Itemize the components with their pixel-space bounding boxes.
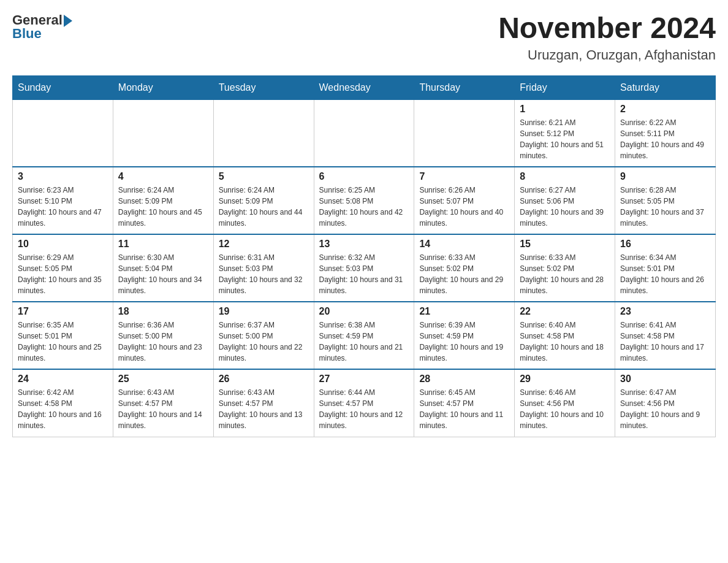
day-number: 29 (520, 373, 610, 385)
day-info: Sunrise: 6:22 AMSunset: 5:11 PMDaylight:… (620, 117, 710, 161)
calendar-table: SundayMondayTuesdayWednesdayThursdayFrid… (12, 75, 716, 437)
day-number: 8 (520, 171, 610, 182)
day-number: 15 (520, 239, 610, 250)
day-info: Sunrise: 6:38 AMSunset: 4:59 PMDaylight:… (319, 320, 409, 364)
day-of-week-header: Sunday (13, 75, 113, 99)
calendar-day-cell: 17Sunrise: 6:35 AMSunset: 5:01 PMDayligh… (13, 302, 113, 369)
month-title: November 2024 (498, 12, 716, 45)
calendar-day-cell: 28Sunrise: 6:45 AMSunset: 4:57 PMDayligh… (414, 369, 515, 437)
calendar-day-cell: 5Sunrise: 6:24 AMSunset: 5:09 PMDaylight… (213, 167, 314, 234)
day-number: 21 (419, 306, 509, 317)
day-number: 2 (620, 104, 710, 115)
day-number: 16 (620, 239, 710, 250)
day-info: Sunrise: 6:32 AMSunset: 5:03 PMDaylight:… (319, 252, 409, 296)
day-number: 11 (118, 239, 208, 250)
calendar-week-row: 24Sunrise: 6:42 AMSunset: 4:58 PMDayligh… (13, 369, 716, 437)
calendar-day-cell: 14Sunrise: 6:33 AMSunset: 5:02 PMDayligh… (414, 234, 515, 302)
title-section: November 2024 Uruzgan, Oruzgan, Afghanis… (498, 12, 716, 63)
calendar-day-cell: 11Sunrise: 6:30 AMSunset: 5:04 PMDayligh… (113, 234, 213, 302)
day-info: Sunrise: 6:45 AMSunset: 4:57 PMDaylight:… (419, 387, 509, 431)
calendar-day-cell: 9Sunrise: 6:28 AMSunset: 5:05 PMDaylight… (615, 167, 716, 234)
day-of-week-header: Monday (113, 75, 213, 99)
logo: General Blue (12, 12, 72, 42)
day-info: Sunrise: 6:35 AMSunset: 5:01 PMDaylight:… (18, 320, 108, 364)
calendar-day-cell: 16Sunrise: 6:34 AMSunset: 5:01 PMDayligh… (615, 234, 716, 302)
day-number: 7 (419, 171, 509, 182)
day-info: Sunrise: 6:29 AMSunset: 5:05 PMDaylight:… (18, 252, 108, 296)
day-info: Sunrise: 6:30 AMSunset: 5:04 PMDaylight:… (118, 252, 208, 296)
calendar-day-cell (13, 99, 113, 167)
day-number: 6 (319, 171, 409, 182)
calendar-day-cell: 25Sunrise: 6:43 AMSunset: 4:57 PMDayligh… (113, 369, 213, 437)
day-of-week-header: Saturday (615, 75, 716, 99)
calendar-day-cell: 1Sunrise: 6:21 AMSunset: 5:12 PMDaylight… (515, 99, 615, 167)
day-info: Sunrise: 6:25 AMSunset: 5:08 PMDaylight:… (319, 185, 409, 229)
day-info: Sunrise: 6:24 AMSunset: 5:09 PMDaylight:… (118, 185, 208, 229)
day-number: 1 (520, 104, 610, 115)
day-of-week-header: Friday (515, 75, 615, 99)
day-info: Sunrise: 6:24 AMSunset: 5:09 PMDaylight:… (219, 185, 309, 229)
day-number: 3 (18, 171, 108, 182)
calendar-day-cell: 19Sunrise: 6:37 AMSunset: 5:00 PMDayligh… (213, 302, 314, 369)
day-number: 27 (319, 373, 409, 385)
day-number: 26 (219, 373, 309, 385)
day-number: 28 (419, 373, 509, 385)
day-info: Sunrise: 6:41 AMSunset: 4:58 PMDaylight:… (620, 320, 710, 364)
day-info: Sunrise: 6:23 AMSunset: 5:10 PMDaylight:… (18, 185, 108, 229)
day-number: 13 (319, 239, 409, 250)
calendar-day-cell (314, 99, 414, 167)
day-number: 25 (118, 373, 208, 385)
calendar-week-row: 1Sunrise: 6:21 AMSunset: 5:12 PMDaylight… (13, 99, 716, 167)
day-info: Sunrise: 6:33 AMSunset: 5:02 PMDaylight:… (520, 252, 610, 296)
calendar-day-cell: 13Sunrise: 6:32 AMSunset: 5:03 PMDayligh… (314, 234, 414, 302)
day-info: Sunrise: 6:42 AMSunset: 4:58 PMDaylight:… (18, 387, 108, 431)
day-number: 23 (620, 306, 710, 317)
calendar-day-cell: 22Sunrise: 6:40 AMSunset: 4:58 PMDayligh… (515, 302, 615, 369)
day-info: Sunrise: 6:43 AMSunset: 4:57 PMDaylight:… (219, 387, 309, 431)
day-info: Sunrise: 6:43 AMSunset: 4:57 PMDaylight:… (118, 387, 208, 431)
calendar-day-cell: 3Sunrise: 6:23 AMSunset: 5:10 PMDaylight… (13, 167, 113, 234)
day-info: Sunrise: 6:47 AMSunset: 4:56 PMDaylight:… (620, 387, 710, 431)
day-info: Sunrise: 6:40 AMSunset: 4:58 PMDaylight:… (520, 320, 610, 364)
calendar-day-cell: 21Sunrise: 6:39 AMSunset: 4:59 PMDayligh… (414, 302, 515, 369)
logo-blue-text: Blue (12, 26, 42, 42)
calendar-day-cell: 8Sunrise: 6:27 AMSunset: 5:06 PMDaylight… (515, 167, 615, 234)
calendar-day-cell: 27Sunrise: 6:44 AMSunset: 4:57 PMDayligh… (314, 369, 414, 437)
day-number: 30 (620, 373, 710, 385)
day-number: 17 (18, 306, 108, 317)
day-number: 9 (620, 171, 710, 182)
calendar-week-row: 3Sunrise: 6:23 AMSunset: 5:10 PMDaylight… (13, 167, 716, 234)
day-info: Sunrise: 6:46 AMSunset: 4:56 PMDaylight:… (520, 387, 610, 431)
calendar-week-row: 17Sunrise: 6:35 AMSunset: 5:01 PMDayligh… (13, 302, 716, 369)
calendar-day-cell (213, 99, 314, 167)
day-info: Sunrise: 6:39 AMSunset: 4:59 PMDaylight:… (419, 320, 509, 364)
day-number: 4 (118, 171, 208, 182)
day-info: Sunrise: 6:44 AMSunset: 4:57 PMDaylight:… (319, 387, 409, 431)
page-header: General Blue November 2024 Uruzgan, Oruz… (12, 12, 716, 63)
calendar-day-cell: 7Sunrise: 6:26 AMSunset: 5:07 PMDaylight… (414, 167, 515, 234)
calendar-week-row: 10Sunrise: 6:29 AMSunset: 5:05 PMDayligh… (13, 234, 716, 302)
calendar-day-cell: 2Sunrise: 6:22 AMSunset: 5:11 PMDaylight… (615, 99, 716, 167)
day-info: Sunrise: 6:33 AMSunset: 5:02 PMDaylight:… (419, 252, 509, 296)
calendar-day-cell: 12Sunrise: 6:31 AMSunset: 5:03 PMDayligh… (213, 234, 314, 302)
day-number: 22 (520, 306, 610, 317)
day-number: 14 (419, 239, 509, 250)
calendar-day-cell: 30Sunrise: 6:47 AMSunset: 4:56 PMDayligh… (615, 369, 716, 437)
day-number: 24 (18, 373, 108, 385)
day-info: Sunrise: 6:37 AMSunset: 5:00 PMDaylight:… (219, 320, 309, 364)
calendar-header-row: SundayMondayTuesdayWednesdayThursdayFrid… (13, 75, 716, 99)
day-number: 10 (18, 239, 108, 250)
calendar-day-cell (414, 99, 515, 167)
calendar-day-cell: 20Sunrise: 6:38 AMSunset: 4:59 PMDayligh… (314, 302, 414, 369)
calendar-day-cell: 6Sunrise: 6:25 AMSunset: 5:08 PMDaylight… (314, 167, 414, 234)
day-info: Sunrise: 6:26 AMSunset: 5:07 PMDaylight:… (419, 185, 509, 229)
day-info: Sunrise: 6:27 AMSunset: 5:06 PMDaylight:… (520, 185, 610, 229)
day-number: 20 (319, 306, 409, 317)
calendar-day-cell (113, 99, 213, 167)
day-of-week-header: Wednesday (314, 75, 414, 99)
day-number: 12 (219, 239, 309, 250)
calendar-day-cell: 4Sunrise: 6:24 AMSunset: 5:09 PMDaylight… (113, 167, 213, 234)
day-info: Sunrise: 6:34 AMSunset: 5:01 PMDaylight:… (620, 252, 710, 296)
calendar-day-cell: 10Sunrise: 6:29 AMSunset: 5:05 PMDayligh… (13, 234, 113, 302)
day-info: Sunrise: 6:36 AMSunset: 5:00 PMDaylight:… (118, 320, 208, 364)
